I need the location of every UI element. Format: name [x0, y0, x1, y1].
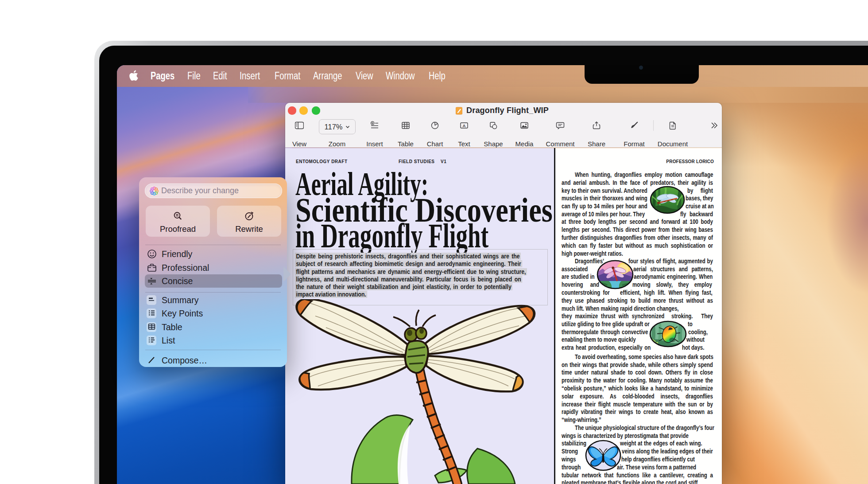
- svg-text:A: A: [463, 123, 466, 128]
